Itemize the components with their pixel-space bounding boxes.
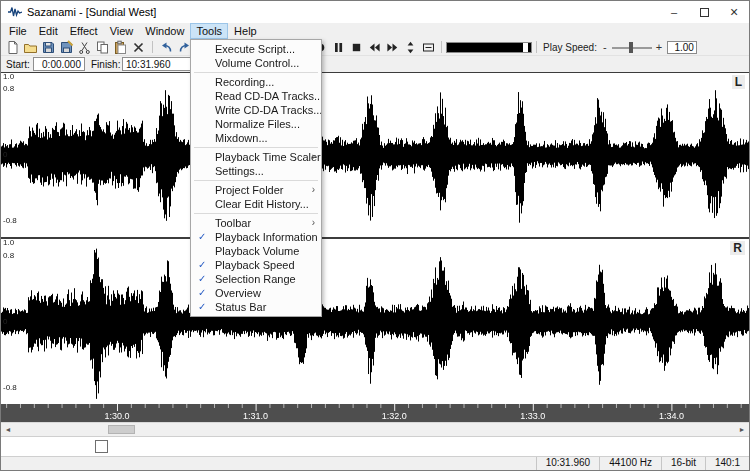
menu-item-playback-volume[interactable]: Playback Volume <box>191 244 321 258</box>
status-zoom-ratio: 140:1 <box>705 457 749 470</box>
waveform-logo-icon <box>8 5 22 19</box>
forward-button[interactable] <box>384 40 401 55</box>
menubar-item-help[interactable]: Help <box>228 23 263 39</box>
finish-time-field[interactable]: 10:31.960 <box>122 57 196 71</box>
menu-item-playback-speed[interactable]: ✓Playback Speed <box>191 258 321 272</box>
toolbar-separator <box>152 41 153 53</box>
menu-item-normalize-files[interactable]: Normalize Files... <box>191 117 321 131</box>
paste-button[interactable] <box>112 40 129 55</box>
menu-item-label: Volume Control... <box>215 57 299 69</box>
menu-item-selection-range[interactable]: ✓Selection Range <box>191 272 321 286</box>
menubar-item-window[interactable]: Window <box>139 23 190 39</box>
cut-icon <box>77 40 92 55</box>
app-window: Sazanami - [Sundial West] – × FileEditEf… <box>0 0 750 471</box>
menu-item-status-bar[interactable]: ✓Status Bar <box>191 300 321 314</box>
menu-item-playback-time-scaler[interactable]: Playback Time Scaler› <box>191 150 321 164</box>
menu-item-label: Playback Speed <box>215 259 295 271</box>
menu-separator <box>194 147 318 148</box>
menu-item-mixdown[interactable]: Mixdown... <box>191 131 321 145</box>
toolbar-separator <box>536 41 537 53</box>
waveform-canvas-right[interactable] <box>1 239 749 404</box>
scrollbar-thumb[interactable] <box>108 425 135 434</box>
menu-item-overview[interactable]: ✓Overview <box>191 286 321 300</box>
waveform-channel-left[interactable]: L 1.00.80-0.8 <box>1 73 749 237</box>
rewind-icon <box>367 40 382 55</box>
rewind-button[interactable] <box>366 40 383 55</box>
maximize-button[interactable] <box>689 1 719 23</box>
new-file-button[interactable] <box>4 40 21 55</box>
menubar-item-edit[interactable]: Edit <box>33 23 64 39</box>
overview-view-indicator[interactable] <box>95 440 108 453</box>
pause-icon <box>331 40 346 55</box>
menubar-item-tools[interactable]: Tools <box>190 23 228 39</box>
play-speed-label: Play Speed: <box>543 42 597 53</box>
cut-button[interactable] <box>76 40 93 55</box>
submenu-arrow-icon: › <box>312 150 315 164</box>
status-sample-rate: 44100 Hz <box>599 457 661 470</box>
checkmark-icon: ✓ <box>198 258 206 272</box>
menu-item-label: Toolbar <box>215 217 251 229</box>
menu-item-project-folder[interactable]: Project Folder› <box>191 183 321 197</box>
menu-item-settings[interactable]: Settings... <box>191 164 321 178</box>
menu-item-label: Execute Script... <box>215 43 295 55</box>
titlebar: Sazanami - [Sundial West] – × <box>1 1 749 23</box>
time-ruler[interactable] <box>1 404 749 422</box>
menubar-item-view[interactable]: View <box>104 23 140 39</box>
waveform-channel-right[interactable]: R 1.00.80-0.8 <box>1 239 749 404</box>
start-time-field[interactable]: 0:00.000 <box>33 57 85 71</box>
menu-item-label: Mixdown... <box>215 132 268 144</box>
open-folder-icon <box>23 40 38 55</box>
menubar: FileEditEffectViewWindowToolsHelp <box>1 23 749 39</box>
menu-separator <box>194 180 318 181</box>
amplitude-label: 0 <box>3 318 7 326</box>
undo-button[interactable] <box>158 40 175 55</box>
menu-item-label: Playback Information <box>215 231 318 243</box>
scroll-right-arrow[interactable]: ► <box>735 423 749 436</box>
up-down-icon <box>403 40 418 55</box>
up-down-button[interactable] <box>402 40 419 55</box>
tools-menu: Execute Script...Volume Control...Record… <box>190 39 322 317</box>
submenu-arrow-icon: › <box>312 216 315 230</box>
scroll-left-arrow[interactable]: ◄ <box>1 423 15 436</box>
close-button[interactable]: × <box>719 1 749 23</box>
minimize-button[interactable]: – <box>659 1 689 23</box>
menu-item-label: Read CD-DA Tracks... <box>215 90 321 102</box>
play-speed-increase-button[interactable]: + <box>654 41 664 53</box>
stop-button[interactable] <box>348 40 365 55</box>
menu-item-read-cd-da-tracks[interactable]: Read CD-DA Tracks... <box>191 89 321 103</box>
toolbar: Play Speed: - + 1.00 <box>1 39 749 55</box>
waveform-area: L 1.00.80-0.8 R 1.00.80-0.8 <box>1 72 749 404</box>
fit-range-button[interactable] <box>420 40 437 55</box>
play-speed-slider[interactable] <box>612 42 652 53</box>
channel-label-left: L <box>732 75 745 89</box>
menu-item-recording[interactable]: Recording... <box>191 75 321 89</box>
menu-item-toolbar[interactable]: Toolbar› <box>191 216 321 230</box>
maximize-icon <box>700 8 709 17</box>
overview-pane[interactable] <box>1 436 749 456</box>
checkmark-icon: ✓ <box>198 272 206 286</box>
menubar-item-effect[interactable]: Effect <box>64 23 104 39</box>
pause-button[interactable] <box>330 40 347 55</box>
stop-icon <box>349 40 364 55</box>
play-speed-decrease-button[interactable]: - <box>600 41 610 53</box>
save-as-button[interactable] <box>58 40 75 55</box>
menu-item-clear-edit-history[interactable]: Clear Edit History... <box>191 197 321 211</box>
finish-label: Finish: <box>91 59 120 70</box>
copy-button[interactable] <box>94 40 111 55</box>
menubar-item-file[interactable]: File <box>3 23 33 39</box>
menu-item-playback-information[interactable]: ✓Playback Information <box>191 230 321 244</box>
channel-label-right: R <box>730 241 745 255</box>
amplitude-label: 1.0 <box>3 239 14 247</box>
menu-item-label: Playback Volume <box>215 245 299 257</box>
menu-item-write-cd-da-tracks[interactable]: Write CD-DA Tracks... <box>191 103 321 117</box>
overview-remainder <box>523 43 528 52</box>
open-folder-button[interactable] <box>22 40 39 55</box>
save-button[interactable] <box>40 40 57 55</box>
overview-thumbnail[interactable] <box>446 42 532 53</box>
play-speed-slider-thumb[interactable] <box>629 42 633 53</box>
menu-item-execute-script[interactable]: Execute Script... <box>191 42 321 56</box>
waveform-canvas-left[interactable] <box>1 73 749 237</box>
horizontal-scrollbar[interactable]: ◄ ► <box>1 422 749 436</box>
menu-item-volume-control[interactable]: Volume Control... <box>191 56 321 70</box>
delete-button[interactable] <box>130 40 147 55</box>
